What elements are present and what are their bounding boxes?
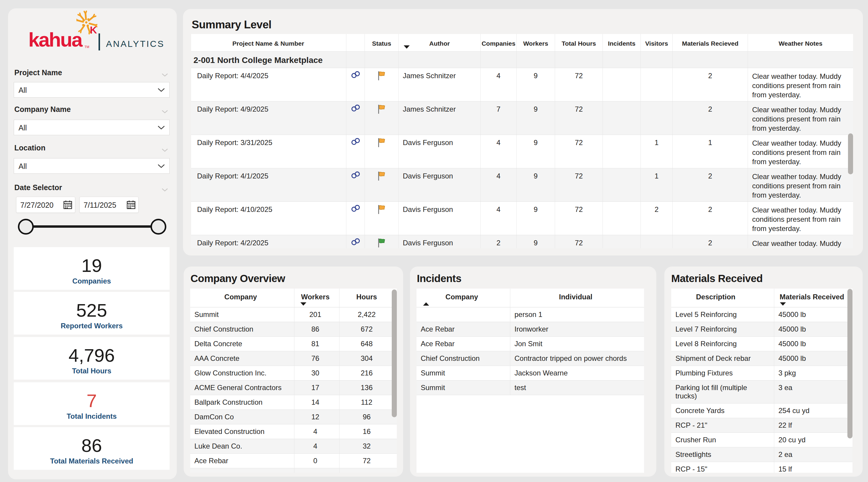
chevron-down-icon[interactable] [161,146,168,154]
flag-icon[interactable] [377,171,386,183]
filter-dropdown-location[interactable]: All [14,158,169,174]
date-range-slider-track[interactable] [26,225,158,228]
cell-empty [603,52,641,68]
summary-table-scrollbar[interactable] [848,133,853,174]
workers-sort-descending-icon[interactable] [300,302,306,306]
chevron-down-icon[interactable] [161,70,168,79]
summary-column-header-author[interactable]: Author [399,34,481,51]
link-icon[interactable] [350,137,361,147]
materials-table-row[interactable]: Level 8 Reinforcing 45000 lb [671,336,852,351]
company-overview-column-header-company[interactable]: Company [190,289,294,307]
incidents-table-row[interactable]: Summit test [416,381,644,395]
summary-column-header-incidents[interactable]: Incidents [603,34,641,51]
company-sort-ascending-icon[interactable] [423,302,429,306]
company-overview-table-row[interactable]: Chief Construction 86 672 [190,322,397,336]
company-overview-table-row[interactable]: Buffalo Construction 0 0 [190,468,397,473]
link-icon[interactable] [350,238,361,248]
flag-icon[interactable] [377,238,386,248]
link-icon[interactable] [350,204,361,214]
cell-company: AAA Concrete [190,351,294,365]
materials-table-row[interactable]: Crusher Run 20 cu yd [671,433,852,447]
company-overview-table-row[interactable]: Ace Rebar 0 72 [190,454,397,468]
summary-column-header-workers[interactable]: Workers [517,34,555,51]
author-sort-descending-icon[interactable] [404,45,410,49]
materials-scrollbar[interactable] [847,289,852,439]
cell-author: James Schnitzer [399,68,481,101]
summary-column-header-project[interactable]: Project Name & Number [191,34,346,51]
flag-icon[interactable] [377,71,386,83]
summary-column-header-total-hours[interactable]: Total Hours [555,34,603,51]
company-overview-table-row[interactable]: Elevated Construction 4 16 [190,424,397,439]
calendar-icon[interactable] [126,200,136,211]
link-icon[interactable] [350,104,361,114]
cell-company: Summit [416,366,510,380]
company-overview-table-row[interactable]: ACME General Contractors 17 136 [190,381,397,395]
summary-table-row[interactable]: Daily Report: 4/1/2025 Davis Ferguson 4 … [191,168,853,201]
materials-column-header-received[interactable]: Materials Received [774,289,852,307]
summary-group-row[interactable]: 2-001 North College Marketplace [191,51,853,68]
summary-column-header-visitors[interactable]: Visitors [641,34,673,51]
summary-column-header-companies[interactable]: Companies [481,34,517,51]
summary-column-header-materials[interactable]: Materials Recieved [673,34,748,51]
incidents-column-header-individual[interactable]: Individual [510,289,644,307]
cell-empty [641,52,673,68]
filter-dropdown-project-name[interactable]: All [14,82,169,98]
company-overview-table-row[interactable]: Glow Construction Inc. 30 216 [190,366,397,381]
company-overview-table-row[interactable]: AAA Concrete 76 304 [190,351,397,366]
flag-icon[interactable] [377,137,386,150]
summary-column-header-link[interactable] [346,34,365,51]
cell-description: Concrete Yards [671,404,774,418]
company-overview-table-row[interactable]: Ballpark Construction 14 112 [190,395,397,410]
summary-table-row[interactable]: Daily Report: 4/9/2025 James Schnitzer 7… [191,101,853,135]
company-overview-card: Company Overview Company Workers Hours S… [184,266,403,477]
company-overview-table-row[interactable]: DamCon Co 12 96 [190,410,397,424]
link-icon[interactable] [350,171,361,181]
materials-table-row[interactable]: Streetlights 2 ea [671,447,852,462]
company-overview-table-row[interactable]: Luke Dean Co. 4 32 [190,439,397,454]
date-range-slider-handle-start[interactable] [18,219,34,234]
materials-table-row[interactable]: Concrete Yards 254 cu yd [671,404,852,418]
link-icon[interactable] [350,71,361,80]
incidents-header-row: Company Individual [416,289,644,308]
chevron-down-icon[interactable] [161,185,168,194]
summary-column-header-status[interactable]: Status [365,34,399,51]
materials-table-row[interactable]: Parking lot fill (multiple trucks) 3 ea [671,381,852,404]
cell-total-hours: 72 [555,68,603,101]
end-date-input[interactable]: 7/11/2025 [80,197,138,213]
incidents-table-row[interactable]: person 1 [416,308,644,322]
summary-table-row[interactable]: Daily Report: 4/4/2025 James Schnitzer 4… [191,68,853,101]
date-range-slider-handle-end[interactable] [151,219,166,234]
cell-empty [346,52,365,68]
materials-column-header-description[interactable]: Description [671,289,774,307]
cell-received: 254 cu yd [774,404,852,418]
chevron-down-icon[interactable] [161,107,168,116]
materials-table-row[interactable]: RCP - 21" 22 lf [671,418,852,433]
company-overview-table-row[interactable]: Summit 201 2,422 [190,308,397,322]
calendar-icon[interactable] [63,200,72,211]
company-overview-table-row[interactable]: Delta Concrete 81 648 [190,336,397,351]
materials-table-row[interactable]: Plumbing Fixtures 3 pkg [671,366,852,381]
filter-dropdown-company-name[interactable]: All [14,120,169,135]
company-overview-column-header-workers[interactable]: Workers [294,289,340,307]
summary-table-row[interactable]: Daily Report: 3/31/2025 Davis Ferguson 4… [191,135,853,168]
flag-icon[interactable] [377,204,386,216]
summary-column-header-weather[interactable]: Weather Notes [748,34,853,51]
cell-company: Ballpark Construction [190,395,294,410]
flag-icon[interactable] [377,104,386,116]
materials-sort-descending-icon[interactable] [780,302,786,306]
incidents-table-row[interactable]: Ace Rebar Ironworker [416,322,644,336]
incidents-table-row[interactable]: Ace Rebar Jon Smit [416,336,644,351]
incidents-table-row[interactable]: Chief Construction Contractor tripped on… [416,351,644,366]
summary-table-row[interactable]: Daily Report: 4/2/2025 Davis Ferguson 2 … [191,235,853,248]
company-overview-column-header-hours[interactable]: Hours [340,289,397,307]
materials-table-row[interactable]: RCP - 15" 15 lf [671,462,852,473]
materials-table-row[interactable]: Shipment of Deck rebar 45000 lb [671,351,852,366]
incidents-table-row[interactable]: Summit Jackson Wearne [416,366,644,381]
cell-company: DamCon Co [190,410,294,424]
summary-table-row[interactable]: Daily Report: 4/10/2025 Davis Ferguson 4… [191,201,853,235]
incidents-column-header-company[interactable]: Company [416,289,510,307]
company-overview-scrollbar[interactable] [392,289,397,417]
materials-table-row[interactable]: Level 5 Reinforcing 45000 lb [671,308,852,322]
materials-table-row[interactable]: Level 7 Reinforcing 45000 lb [671,322,852,336]
start-date-input[interactable]: 7/27/2020 [16,197,75,213]
